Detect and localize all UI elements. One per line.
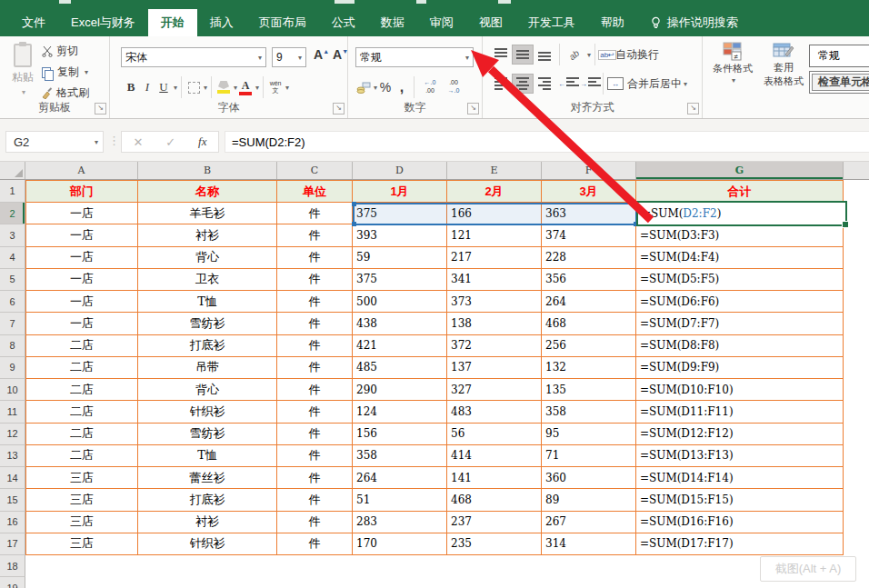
cell-G11[interactable]: =SUM(D11:F11)	[636, 401, 844, 423]
column-header-G[interactable]: G	[636, 162, 844, 179]
cell-B8[interactable]: 打底衫	[138, 335, 277, 357]
active-cell-G2-edit[interactable]: =SUM(D2:F2)	[636, 201, 847, 226]
tab-formulas[interactable]: 公式	[319, 9, 368, 36]
cell-B10[interactable]: 背心	[138, 379, 277, 401]
dropdown-caret-icon[interactable]: ▾	[22, 88, 25, 96]
cell-A1[interactable]: 部门	[25, 180, 138, 203]
cell-E4[interactable]: 217	[447, 247, 542, 269]
cell-C7[interactable]: 件	[277, 313, 353, 334]
cell-C15[interactable]: 件	[277, 489, 353, 511]
tab-review[interactable]: 审阅	[417, 9, 466, 36]
dropdown-caret-icon[interactable]: ▾	[258, 54, 262, 62]
row-header-16[interactable]: 16	[0, 512, 25, 533]
cell-C11[interactable]: 件	[277, 401, 353, 423]
phonetic-guide-button[interactable]: wén文	[267, 77, 284, 97]
cell-D13[interactable]: 358	[353, 445, 447, 467]
cell-E5[interactable]: 341	[447, 269, 542, 291]
cell-G9[interactable]: =SUM(D9:F9)	[636, 357, 844, 379]
dropdown-caret-icon[interactable]: ▾	[95, 138, 98, 146]
cell-E12[interactable]: 56	[447, 424, 542, 445]
cell-A14[interactable]: 三店	[25, 467, 138, 489]
row-header-15[interactable]: 15	[0, 489, 25, 511]
cell-A10[interactable]: 二店	[25, 379, 138, 401]
row-header-17[interactable]: 17	[0, 533, 25, 555]
cell-B13[interactable]: T恤	[138, 445, 277, 467]
cell-C5[interactable]: 件	[277, 269, 353, 291]
cell-A11[interactable]: 二店	[25, 401, 138, 423]
wrap-text-label[interactable]: 自动换行	[615, 47, 659, 63]
tab-data[interactable]: 数据	[368, 9, 417, 36]
cell-E17[interactable]: 235	[447, 533, 542, 555]
cell-C14[interactable]: 件	[277, 467, 353, 489]
column-header-C[interactable]: C	[277, 162, 353, 179]
enter-button[interactable]: ✓	[165, 135, 175, 149]
tab-file[interactable]: 文件	[9, 9, 58, 36]
cell-C13[interactable]: 件	[277, 445, 353, 467]
cell-F11[interactable]: 358	[542, 401, 636, 423]
cell-C12[interactable]: 件	[277, 424, 353, 445]
cell-B6[interactable]: T恤	[138, 291, 277, 313]
dropdown-caret-icon[interactable]: ▾	[684, 80, 687, 88]
dropdown-caret-icon[interactable]: ▾	[174, 84, 177, 92]
cell-A8[interactable]: 二店	[25, 335, 138, 357]
cell-E9[interactable]: 137	[447, 357, 542, 379]
column-header-B[interactable]: B	[138, 162, 277, 179]
tab-developer[interactable]: 开发工具	[515, 9, 588, 36]
bold-button[interactable]: B	[123, 77, 139, 97]
cell-F7[interactable]: 468	[542, 313, 636, 334]
cell-F17[interactable]: 314	[542, 533, 636, 555]
dropdown-caret-icon[interactable]: ▾	[587, 51, 591, 59]
cell-E7[interactable]: 138	[447, 313, 542, 334]
increase-indent-button[interactable]: →	[577, 74, 599, 94]
cell-A2[interactable]: 一店	[25, 203, 138, 224]
cell-B9[interactable]: 吊带	[138, 357, 277, 379]
cell-B11[interactable]: 针织衫	[138, 401, 277, 423]
cell-F2[interactable]: 363	[542, 203, 636, 224]
cell-D10[interactable]: 290	[353, 379, 447, 401]
cell-D3[interactable]: 393	[353, 224, 447, 246]
cell-D15[interactable]: 51	[353, 489, 447, 511]
row-header-3[interactable]: 3	[0, 224, 25, 246]
cell-A15[interactable]: 三店	[25, 489, 138, 511]
cell-D12[interactable]: 156	[353, 424, 447, 445]
cell-A6[interactable]: 一店	[25, 291, 138, 313]
cell-B1[interactable]: 名称	[138, 180, 277, 203]
cell-B4[interactable]: 背心	[138, 247, 277, 269]
cell-A7[interactable]: 一店	[25, 313, 138, 334]
cell-E13[interactable]: 414	[447, 445, 542, 467]
cell-F14[interactable]: 360	[542, 467, 636, 489]
accounting-format-button[interactable]	[355, 77, 372, 97]
cell-F5[interactable]: 356	[542, 269, 636, 291]
column-header-F[interactable]: F	[542, 162, 636, 179]
clipboard-dialog-launcher[interactable]: ↘	[95, 103, 106, 115]
cell-C17[interactable]: 件	[277, 533, 353, 555]
row-header-5[interactable]: 5	[0, 269, 25, 291]
borders-button[interactable]	[185, 77, 202, 97]
align-left-button[interactable]	[490, 74, 512, 94]
cell-A12[interactable]: 二店	[25, 424, 138, 445]
cell-D1[interactable]: 1月	[353, 180, 447, 203]
cell-F4[interactable]: 228	[542, 247, 636, 269]
cell-C3[interactable]: 件	[277, 224, 353, 246]
dropdown-caret-icon[interactable]: ▾	[285, 84, 289, 92]
cell-B12[interactable]: 雪纺衫	[138, 424, 277, 445]
orientation-button[interactable]: ab	[564, 45, 585, 65]
cell-D14[interactable]: 264	[353, 467, 447, 489]
comma-style-button[interactable]: ,	[394, 77, 410, 97]
cell-B16[interactable]: 衬衫	[138, 512, 277, 533]
align-bottom-button[interactable]	[534, 45, 555, 65]
tab-home[interactable]: 开始	[148, 9, 197, 36]
font-size-combobox[interactable]: 9 ▾	[272, 47, 306, 67]
row-header-2[interactable]: 2	[0, 203, 25, 224]
tab-view[interactable]: 视图	[466, 9, 515, 36]
cell-F16[interactable]: 267	[542, 512, 636, 533]
cell-B17[interactable]: 针织衫	[138, 533, 277, 555]
font-dialog-launcher[interactable]: ↘	[333, 103, 345, 115]
dropdown-caret-icon[interactable]: ▾	[732, 76, 735, 85]
column-header-D[interactable]: D	[353, 162, 447, 179]
cell-D6[interactable]: 500	[353, 291, 447, 313]
cell-D2[interactable]: 375	[353, 203, 447, 224]
cell-F12[interactable]: 95	[542, 424, 636, 445]
cell-G1[interactable]: 合计	[636, 180, 844, 203]
cell-D5[interactable]: 375	[353, 269, 447, 291]
